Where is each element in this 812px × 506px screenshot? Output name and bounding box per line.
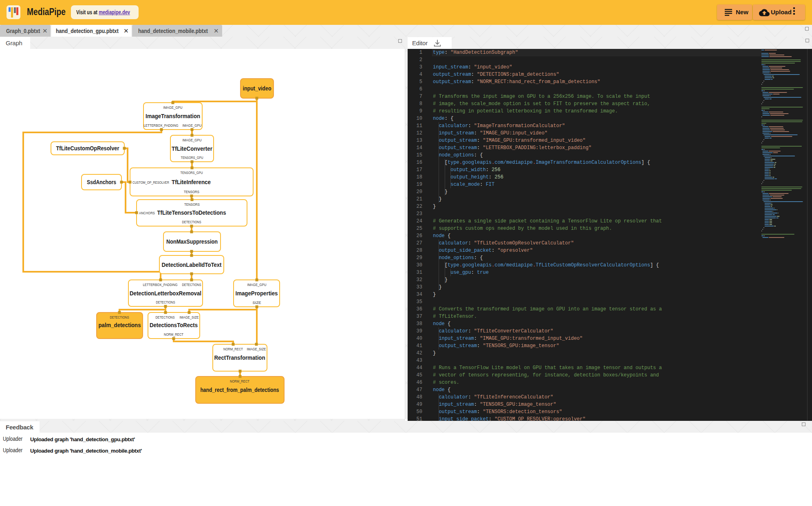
svg-text:IMAGE_SIZE: IMAGE_SIZE: [180, 315, 199, 319]
svg-text:NORM_RECT: NORM_RECT: [223, 347, 243, 351]
svg-text:DetectionLetterboxRemoval: DetectionLetterboxRemoval: [130, 290, 201, 297]
svg-text:ImageProperties: ImageProperties: [236, 290, 278, 297]
svg-text:DetectionsToRects: DetectionsToRects: [150, 321, 198, 328]
svg-text:TENSORS_GPU: TENSORS_GPU: [181, 156, 203, 160]
svg-text:SIZE: SIZE: [253, 301, 261, 305]
svg-text:IMAGE_GPU: IMAGE_GPU: [183, 123, 202, 128]
svg-text:CUSTOM_OP_RESOLVER: CUSTOM_OP_RESOLVER: [132, 180, 169, 185]
svg-text:IMAGE_GPU: IMAGE_GPU: [163, 106, 183, 110]
svg-text:DetectionLabelIdToText: DetectionLabelIdToText: [162, 261, 222, 268]
svg-text:RectTransformation: RectTransformation: [214, 354, 265, 361]
svg-text:TENSORS: TENSORS: [184, 202, 200, 207]
svg-text:DETECTIONS: DETECTIONS: [182, 220, 201, 224]
svg-text:DETECTIONS: DETECTIONS: [182, 283, 201, 287]
svg-text:DETECTIONS: DETECTIONS: [156, 315, 175, 319]
svg-text:DETECTIONS: DETECTIONS: [156, 300, 175, 304]
svg-text:NonMaxSuppression: NonMaxSuppression: [166, 238, 218, 245]
svg-text:NORM_RECT: NORM_RECT: [230, 379, 249, 383]
svg-text:TfLiteInference: TfLiteInference: [172, 178, 211, 185]
svg-text:TfLiteConverter: TfLiteConverter: [172, 145, 212, 152]
svg-text:TfLiteCustomOpResolver: TfLiteCustomOpResolver: [56, 145, 119, 152]
svg-text:IMAGE_GPU: IMAGE_GPU: [183, 138, 202, 142]
svg-text:input_video: input_video: [243, 85, 271, 92]
svg-text:palm_detections: palm_detections: [99, 321, 141, 328]
svg-text:DETECTIONS: DETECTIONS: [110, 315, 129, 319]
svg-text:TENSORS_GPU: TENSORS_GPU: [181, 171, 203, 175]
svg-text:TfLiteTensorsToDetections: TfLiteTensorsToDetections: [157, 209, 226, 216]
svg-text:NORM_RECT: NORM_RECT: [164, 332, 183, 337]
svg-text:ANCHORS: ANCHORS: [139, 211, 155, 215]
svg-text:LETTERBOX_PADDING: LETTERBOX_PADDING: [143, 283, 178, 287]
svg-text:TENSORS: TENSORS: [184, 190, 199, 194]
svg-text:SsdAnchors: SsdAnchors: [87, 178, 116, 185]
svg-text:hand_rect_from_palm_detections: hand_rect_from_palm_detections: [201, 386, 279, 393]
svg-text:ImageTransformation: ImageTransformation: [146, 112, 200, 119]
svg-text:IMAGE_SIZE: IMAGE_SIZE: [247, 347, 266, 351]
svg-text:LETTERBOX_PADDING: LETTERBOX_PADDING: [144, 123, 179, 128]
svg-text:IMAGE_GPU: IMAGE_GPU: [247, 283, 267, 287]
